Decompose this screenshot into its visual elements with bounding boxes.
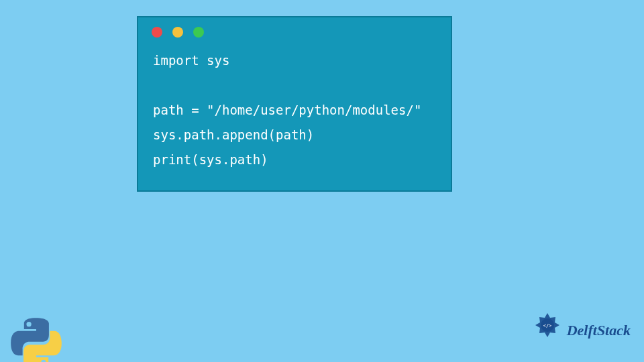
code-line: path = "/home/user/python/modules/" [153, 103, 421, 117]
python-logo-icon [9, 316, 63, 362]
code-block: import sys path = "/home/user/python/mod… [138, 44, 451, 176]
code-window: import sys path = "/home/user/python/mod… [137, 16, 452, 192]
dot-yellow [172, 27, 183, 38]
dot-red [152, 27, 162, 38]
code-line: sys.path.append(path) [153, 127, 314, 142]
code-line: print(sys.path) [153, 152, 268, 167]
brand-logo-icon: </> [531, 312, 564, 349]
dot-green [193, 27, 204, 38]
svg-text:</>: </> [543, 323, 551, 328]
brand-name: DelftStack [567, 322, 631, 339]
brand: </> DelftStack [531, 312, 631, 349]
code-line: import sys [153, 53, 229, 68]
window-dots [138, 17, 451, 44]
